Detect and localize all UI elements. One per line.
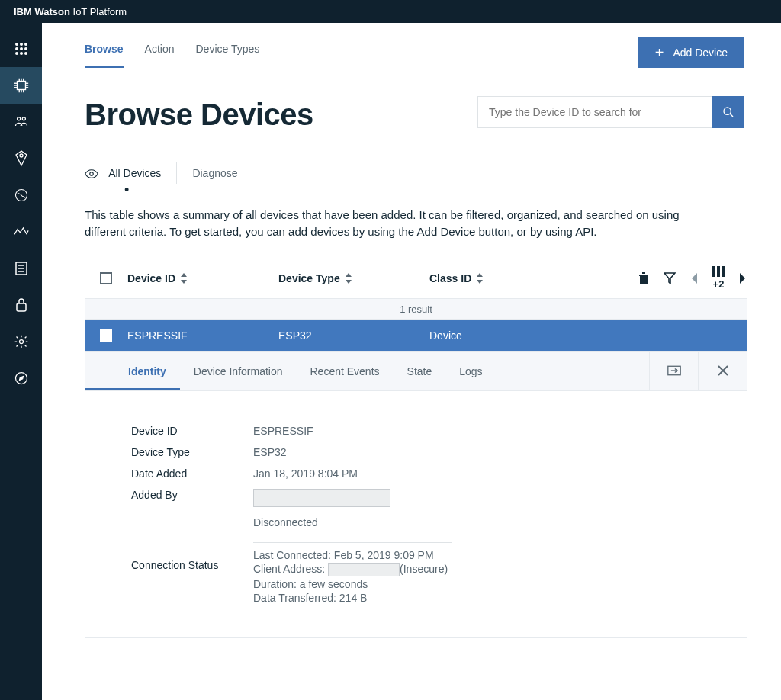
svg-rect-9 bbox=[17, 82, 25, 90]
tab-browse[interactable]: Browse bbox=[85, 37, 124, 68]
active-indicator-dot: • bbox=[124, 188, 129, 191]
nav-apps[interactable] bbox=[0, 31, 42, 67]
column-device-id-label: Device ID bbox=[127, 272, 175, 284]
search-container bbox=[477, 96, 744, 128]
connection-details: Last Connected: Feb 5, 2019 9:09 PM Clie… bbox=[253, 538, 452, 605]
svg-point-0 bbox=[15, 43, 18, 46]
close-icon[interactable] bbox=[698, 352, 747, 390]
column-class-id-label: Class ID bbox=[429, 272, 471, 284]
filter-icon[interactable] bbox=[664, 272, 676, 284]
value-device-id: ESPRESSIF bbox=[253, 425, 313, 437]
value-status: Disconnected bbox=[253, 516, 318, 528]
label-device-id: Device ID bbox=[131, 425, 253, 437]
row-checkbox[interactable] bbox=[100, 329, 112, 342]
top-tabs: Browse Action Device Types + Add Device bbox=[42, 23, 781, 69]
nav-logs[interactable] bbox=[0, 250, 42, 287]
identity-section: Device ID ESPRESSIF Device Type ESP32 Da… bbox=[85, 391, 747, 637]
table-header-row: Device ID Device Type Class ID bbox=[85, 272, 747, 295]
table-row[interactable]: ESPRESSIF ESP32 Device bbox=[85, 320, 747, 351]
svg-point-24 bbox=[20, 154, 23, 157]
svg-point-3 bbox=[15, 47, 18, 50]
nav-analytics[interactable] bbox=[0, 214, 42, 250]
svg-point-7 bbox=[20, 52, 23, 55]
left-nav bbox=[0, 23, 42, 700]
select-all-checkbox[interactable] bbox=[100, 272, 112, 284]
sort-icon bbox=[180, 273, 188, 284]
page-description: This table shows a summary of all device… bbox=[85, 207, 695, 240]
column-class-id[interactable]: Class ID bbox=[429, 272, 536, 284]
sort-icon bbox=[345, 273, 352, 284]
column-device-id[interactable]: Device ID bbox=[127, 272, 278, 284]
svg-rect-48 bbox=[712, 266, 715, 277]
device-detail-panel: Identity Device Information Recent Event… bbox=[85, 351, 747, 638]
label-added-by: Added By bbox=[131, 489, 253, 501]
app-title: IBM Watson IoT Platform bbox=[14, 6, 127, 18]
value-added-by bbox=[253, 489, 390, 507]
cell-class-id: Device bbox=[429, 329, 536, 342]
svg-point-2 bbox=[24, 43, 27, 46]
svg-marker-33 bbox=[19, 377, 23, 381]
columns-button[interactable]: +2 bbox=[712, 266, 725, 290]
detail-tab-device-info[interactable]: Device Information bbox=[180, 352, 297, 390]
nav-members[interactable] bbox=[0, 104, 42, 140]
table-tools: +2 bbox=[638, 266, 747, 290]
main-content: Browse Action Device Types + Add Device … bbox=[42, 23, 781, 700]
value-date-added: Jan 18, 2019 8:04 PM bbox=[253, 467, 358, 480]
detail-tab-recent-events[interactable]: Recent Events bbox=[297, 352, 394, 390]
top-bar: IBM Watson IoT Platform bbox=[0, 0, 781, 23]
detail-tab-state[interactable]: State bbox=[394, 352, 446, 390]
prev-page-icon[interactable] bbox=[689, 272, 699, 284]
open-in-new-icon[interactable] bbox=[649, 352, 698, 390]
detail-tab-identity[interactable]: Identity bbox=[85, 352, 180, 390]
svg-point-1 bbox=[20, 43, 23, 46]
nav-security[interactable] bbox=[0, 287, 42, 323]
svg-point-8 bbox=[24, 52, 27, 55]
svg-rect-44 bbox=[642, 272, 645, 274]
detail-tab-logs[interactable]: Logs bbox=[445, 352, 496, 390]
nav-devices[interactable] bbox=[0, 67, 42, 104]
redacted-box bbox=[253, 489, 390, 507]
svg-marker-42 bbox=[477, 280, 483, 284]
svg-marker-51 bbox=[740, 273, 745, 284]
column-device-type[interactable]: Device Type bbox=[278, 272, 429, 284]
svg-marker-39 bbox=[346, 273, 352, 277]
sort-icon bbox=[476, 273, 484, 284]
value-device-type: ESP32 bbox=[253, 446, 287, 458]
svg-point-5 bbox=[24, 47, 27, 50]
nav-rules[interactable] bbox=[0, 177, 42, 214]
subtab-all-devices[interactable]: All Devices • bbox=[85, 162, 177, 184]
svg-rect-49 bbox=[717, 266, 720, 277]
nav-explore[interactable] bbox=[0, 360, 42, 397]
nav-access[interactable] bbox=[0, 140, 42, 177]
cell-device-id: ESPRESSIF bbox=[127, 329, 278, 342]
tab-action[interactable]: Action bbox=[145, 37, 175, 68]
svg-point-4 bbox=[20, 47, 23, 50]
search-button[interactable] bbox=[712, 96, 744, 128]
nav-settings[interactable] bbox=[0, 323, 42, 360]
add-device-label: Add Device bbox=[673, 47, 728, 59]
add-device-button[interactable]: + Add Device bbox=[638, 37, 744, 68]
plus-icon: + bbox=[655, 47, 664, 58]
subtab-diagnose[interactable]: Diagnose bbox=[185, 162, 248, 184]
svg-point-31 bbox=[19, 340, 23, 344]
svg-marker-41 bbox=[477, 273, 483, 277]
svg-rect-50 bbox=[722, 266, 725, 277]
detail-tabs: Identity Device Information Recent Event… bbox=[85, 352, 747, 391]
sub-tabs: All Devices • Diagnose bbox=[85, 162, 781, 184]
svg-point-23 bbox=[22, 117, 25, 120]
subtab-all-label: All Devices bbox=[108, 167, 161, 179]
svg-marker-37 bbox=[181, 273, 187, 277]
search-input[interactable] bbox=[477, 96, 712, 128]
delete-icon[interactable] bbox=[638, 271, 650, 285]
label-device-type: Device Type bbox=[131, 446, 253, 458]
tab-device-types[interactable]: Device Types bbox=[196, 37, 260, 68]
svg-marker-47 bbox=[692, 273, 697, 284]
svg-point-6 bbox=[15, 52, 18, 55]
svg-marker-38 bbox=[181, 280, 187, 284]
result-count: 1 result bbox=[85, 298, 747, 320]
svg-rect-45 bbox=[640, 276, 648, 284]
label-connection-status: Connection Status bbox=[131, 538, 253, 571]
column-device-type-label: Device Type bbox=[278, 272, 340, 284]
next-page-icon[interactable] bbox=[738, 272, 747, 284]
svg-marker-40 bbox=[346, 280, 352, 284]
